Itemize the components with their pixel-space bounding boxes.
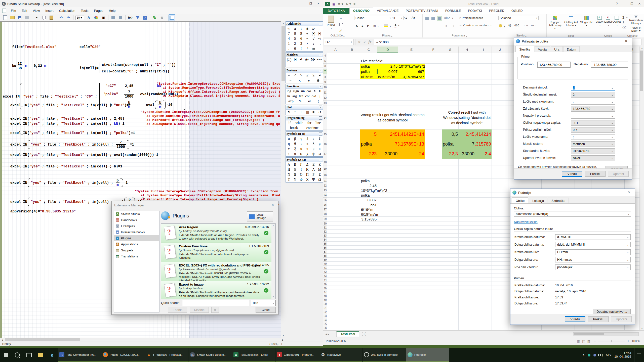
row-header-4[interactable]: 4 bbox=[323, 53, 327, 58]
sidebar-item-interactive-books[interactable]: ▣Interactive books bbox=[114, 229, 159, 235]
new-button[interactable] bbox=[2, 14, 8, 21]
tray-app-icon-2[interactable] bbox=[593, 354, 596, 356]
formula-line-1[interactable]: file≔"TestExcel.xlsx" bbox=[12, 45, 56, 49]
middle-align-icon[interactable] bbox=[431, 16, 436, 21]
panel-button-[interactable]: Κ bbox=[306, 168, 309, 172]
cell-c24[interactable]: polka bbox=[360, 193, 377, 198]
format-ok-button[interactable]: V redu bbox=[562, 171, 582, 177]
row-header-46[interactable]: 46 bbox=[323, 286, 327, 290]
excel-titlebar[interactable]: X ▣ ↺ ▾ ↻ ▾ ≡ TestExcel.xlsx - Excel ? —… bbox=[323, 0, 644, 7]
panel-section-header[interactable]: Symbols (α-ω)− bbox=[286, 132, 323, 136]
open-button[interactable] bbox=[9, 14, 16, 21]
region-format-combo[interactable]: slovenščina (Slovenija)⌄ bbox=[514, 211, 631, 217]
cell-c17[interactable]: 223 bbox=[360, 149, 377, 159]
accounting-format-button[interactable]: ▾ bbox=[499, 24, 505, 28]
tray-clock[interactable]: 17:54 10. 04. 2016 bbox=[614, 351, 631, 359]
row-header-28[interactable]: 28 bbox=[323, 212, 327, 217]
panel-button-[interactable]: |▪| bbox=[318, 32, 321, 36]
panel-button-[interactable]: ⁿ√ bbox=[318, 37, 321, 41]
row-header-39[interactable]: 39 bbox=[323, 258, 327, 262]
menu-item-view[interactable]: View bbox=[30, 8, 43, 14]
panel-button-1[interactable]: 1 bbox=[287, 42, 291, 46]
panel-button-[interactable]: Ρ bbox=[312, 173, 315, 177]
align-vertical-icon[interactable] bbox=[117, 14, 124, 21]
panel-button-[interactable]: τ bbox=[287, 152, 291, 156]
cell-c27[interactable]: 6/19*'m bbox=[360, 207, 377, 212]
paste-button[interactable] bbox=[48, 14, 55, 21]
shrink-font-button[interactable]: A▾ bbox=[412, 16, 415, 20]
panel-button-[interactable]: μ bbox=[318, 142, 321, 146]
panel-button-[interactable]: Τ bbox=[287, 178, 291, 182]
panel-button-d-d[interactable]: d/d bbox=[312, 94, 316, 98]
panel-button-[interactable]: σ bbox=[318, 147, 321, 151]
cell-styles-button[interactable]: Slogi celic ▾ bbox=[579, 16, 594, 27]
ribbon-tab-formule[interactable]: FORMULE bbox=[442, 8, 465, 14]
fill-color-button[interactable]: ▾ bbox=[384, 24, 391, 28]
action-center-button[interactable] bbox=[634, 348, 643, 362]
row-header-26[interactable]: 26 bbox=[323, 202, 327, 207]
panel-button-[interactable]: ± bbox=[306, 27, 309, 31]
panel-button-[interactable]: Μ bbox=[318, 168, 321, 172]
delete-cells-button[interactable]: ×Izbriši▾ bbox=[604, 16, 612, 27]
page-break-view-icon[interactable]: ▥ bbox=[587, 339, 590, 343]
format-cells-button[interactable]: Oblika▾ bbox=[613, 16, 621, 27]
column-header-f[interactable]: F bbox=[425, 47, 442, 53]
menu-item-edit[interactable]: Edit bbox=[19, 8, 30, 14]
collapse-icon[interactable]: − bbox=[319, 132, 322, 135]
language-settings-link[interactable]: Nastavitve jezika bbox=[514, 220, 538, 224]
row-header-8[interactable]: 8 bbox=[323, 74, 327, 79]
field-combo-tevilo-decimalnih-mest[interactable]: 2⌄ bbox=[571, 92, 615, 98]
panel-button-[interactable]: ι bbox=[299, 142, 303, 146]
panel-button-for[interactable]: for bbox=[307, 121, 311, 125]
row-header-52[interactable]: 52 bbox=[323, 310, 327, 314]
row-header-15[interactable]: 15 bbox=[323, 129, 327, 139]
panel-button-m[interactable]: M▪ bbox=[311, 58, 315, 62]
smath-titlebar[interactable]: S SMath Studio Desktop - [TestExcel.sm] … bbox=[0, 0, 323, 8]
plugin-card-area-region[interactable]: ?Area Region0.98.5935.13216by Andrey Iva… bbox=[161, 224, 271, 243]
disable-button[interactable]: Disable bbox=[190, 307, 209, 313]
panel-button-[interactable]: Χ bbox=[306, 178, 309, 182]
number-dialog-launcher-icon[interactable]: ⌟ bbox=[525, 34, 527, 37]
panel-button-[interactable]: Α bbox=[287, 163, 291, 167]
panel-button-cot[interactable]: cot bbox=[305, 94, 309, 98]
cell-c15[interactable]: 5 bbox=[360, 129, 377, 139]
panel-button-log[interactable]: log bbox=[287, 89, 291, 93]
row-header-12[interactable]: 12 bbox=[323, 95, 327, 101]
format-painter-button[interactable]: 🖉 bbox=[338, 28, 343, 33]
plugin-card-export-to-image[interactable]: ?Export to image1.9.5935.13222by Andrey … bbox=[161, 281, 271, 299]
row-header-10[interactable]: 10 bbox=[323, 85, 327, 90]
panel-button-[interactable]: Λ bbox=[312, 168, 315, 172]
excel-close-button[interactable]: ✕ bbox=[636, 0, 643, 7]
panel-button-[interactable]: ν bbox=[287, 147, 291, 151]
field-combo-merski-sistem[interactable]: metričen⌄ bbox=[571, 141, 615, 147]
field-combo-kratka-oblika-ure[interactable]: HH:mm⌄ bbox=[555, 249, 631, 255]
panel-button-[interactable]: χ bbox=[306, 152, 309, 156]
row-header-42[interactable]: 42 bbox=[323, 270, 327, 274]
formula-line-10[interactable]: excel_IN"yes" ; file ; "TestExcel" ; in(… bbox=[10, 140, 134, 149]
panel-button-[interactable]: γ bbox=[299, 137, 303, 141]
sidebar-item-smath-studio[interactable]: ⚙SMath Studio bbox=[114, 211, 159, 217]
formula-line-12[interactable]: excel_IN("yes" ; file ; "TestExcel" ; in… bbox=[10, 164, 122, 168]
panel-button-[interactable]: = bbox=[287, 73, 291, 77]
panel-button-3[interactable]: 3 bbox=[299, 42, 303, 46]
row-header-43[interactable]: 43 bbox=[323, 274, 327, 278]
row-header-37[interactable]: 37 bbox=[323, 250, 327, 254]
cell-c25[interactable]: 0,007 bbox=[360, 198, 377, 202]
row-header-41[interactable]: 41 bbox=[323, 266, 327, 270]
font-size-combo[interactable]: 11▾ bbox=[391, 16, 404, 20]
row-header-38[interactable]: 38 bbox=[323, 254, 327, 258]
ribbon-tab-vstavljanje[interactable]: VSTAVLJANJE bbox=[373, 8, 402, 14]
bold-button[interactable]: K bbox=[355, 24, 359, 27]
task-view-button[interactable] bbox=[23, 348, 35, 362]
ribbon-tab-podatki[interactable]: PODATKI bbox=[465, 8, 486, 14]
region-ok-button[interactable]: V redu bbox=[565, 316, 585, 322]
taskbar-app-plugin-excel-2003[interactable]: Plugin - EXCEL (2003... bbox=[101, 348, 145, 362]
column-header-j[interactable]: J bbox=[492, 47, 508, 53]
panel-button-[interactable]: π bbox=[293, 27, 297, 31]
panel-button-[interactable]: < bbox=[293, 73, 297, 77]
panel-button-[interactable]: → bbox=[303, 63, 306, 67]
panel-button-[interactable]: × bbox=[306, 42, 309, 46]
cell-h15[interactable]: 2,45 bbox=[459, 129, 475, 139]
panel-section-header[interactable]: Plot− bbox=[286, 105, 323, 110]
field-combo-standardne-tevke[interactable]: 0123456789⌄ bbox=[571, 148, 615, 154]
